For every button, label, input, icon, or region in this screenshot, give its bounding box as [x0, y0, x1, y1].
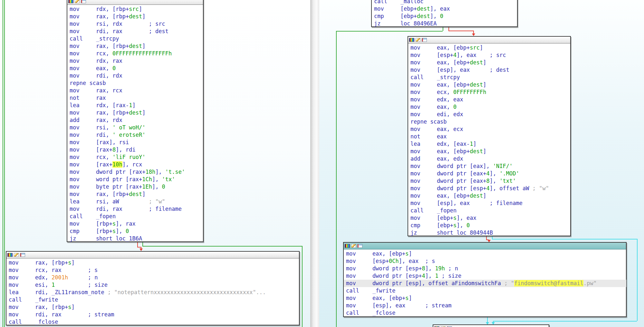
asm-line[interactable]: mov [esp+4], eax ; src [410, 51, 570, 59]
asm-line[interactable]: mov rax, [rbp+dest] [70, 42, 203, 50]
asm-line[interactable]: mov rdi, rax ; filename [70, 205, 203, 213]
asm-line[interactable]: mov dword ptr [eax+4], '.MOD' [410, 170, 570, 177]
asm-line[interactable]: call _fclose [346, 309, 626, 317]
asm-line[interactable]: mov rax, [rbp+dest] [70, 13, 203, 20]
asm-line[interactable]: mov [esp], eax ; filename [410, 200, 570, 207]
node-frame-icon[interactable] [422, 38, 427, 42]
asm-line[interactable]: mov rax, rcx [70, 87, 203, 94]
node-frame-icon[interactable] [20, 253, 25, 257]
node-color-icon[interactable] [68, 0, 73, 3]
node-right-malloc-check-x86[interactable]: call _mallocmov [ebp+dest], eaxcmp [ebp+… [371, 0, 518, 27]
asm-line[interactable]: mov rdx, [rbp+src] [70, 5, 203, 13]
node-right-next-fragment-titlebar[interactable] [433, 325, 549, 327]
node-left-write-note-x64-titlebar[interactable] [6, 252, 299, 258]
node-color-icon[interactable] [409, 38, 414, 42]
asm-line[interactable]: mov [esp], eax ; dest [410, 66, 570, 74]
asm-line[interactable]: call _strcpy [410, 74, 570, 81]
disassembly-graph-canvas[interactable]: mov rdx, [rbp+src]mov rax, [rbp+dest]mov… [0, 0, 644, 327]
asm-line[interactable]: cmp [ebp+s], 0 [410, 222, 570, 229]
asm-line[interactable]: mov eax, [ebp+dest] [410, 148, 570, 155]
asm-line[interactable]: mov esi, 1 ; size [9, 281, 299, 289]
asm-line[interactable]: lea edx, [eax-1] [410, 140, 570, 148]
asm-line[interactable]: call _fopen [70, 213, 203, 220]
asm-line[interactable]: mov ecx, 0FFFFFFFFh [410, 89, 570, 96]
asm-line[interactable]: mov rcx, rax ; s [9, 266, 299, 274]
node-left-write-note-x64[interactable]: mov rax, [rbp+s]mov rcx, rax ; smov edx,… [6, 251, 300, 325]
asm-line[interactable]: repne scasb [410, 118, 570, 126]
asm-line[interactable]: mov rax, [rbp+s] [9, 259, 299, 266]
asm-line[interactable]: add rax, rdx [70, 117, 203, 124]
asm-line[interactable]: mov rsi, rdx ; src [70, 20, 203, 28]
asm-line[interactable]: mov [ebp+s], eax [410, 214, 570, 222]
asm-line[interactable]: mov edx, 2001h ; n [9, 274, 299, 281]
node-edit-icon[interactable] [416, 38, 420, 42]
node-left-build-restore-note-x64[interactable]: mov rdx, [rbp+src]mov rax, [rbp+dest]mov… [67, 0, 204, 242]
asm-line[interactable]: jz short loc_804944B [410, 229, 570, 237]
asm-line[interactable]: mov [ebp+dest], eax [374, 5, 517, 13]
asm-line[interactable]: mov eax, [ebp+s] [346, 294, 626, 302]
asm-line[interactable]: call _fopen [410, 207, 570, 214]
asm-line[interactable]: mov dword ptr [rax+18h], 't.se' [70, 168, 203, 176]
pane-splitter[interactable] [310, 0, 319, 327]
asm-line[interactable]: mov [esp], eax ; stream [346, 302, 626, 309]
asm-line[interactable]: call _fwrite [9, 296, 299, 304]
asm-line[interactable]: mov dword ptr [esp+4], 1 ; size [346, 272, 626, 280]
asm-line[interactable]: mov rsi, ' oT woH/' [70, 124, 203, 131]
asm-line[interactable]: mov [rbp+s], rax [70, 220, 203, 228]
asm-line[interactable]: mov [rax+8], rdi [70, 146, 203, 154]
node-edit-icon[interactable] [351, 244, 356, 248]
asm-line[interactable]: mov rdi, rdx [70, 72, 203, 79]
node-frame-icon[interactable] [81, 0, 86, 3]
asm-line[interactable]: call _fwrite [346, 287, 626, 294]
node-left-build-restore-note-x64-titlebar[interactable] [67, 0, 203, 5]
asm-line[interactable]: mov rdx, rax [70, 57, 203, 65]
asm-line[interactable]: call _malloc [374, 0, 517, 5]
asm-line[interactable]: mov edx, eax [410, 96, 570, 103]
node-color-icon[interactable] [7, 253, 13, 257]
asm-line[interactable]: mov dword ptr [eax], 'NIF/' [410, 163, 570, 170]
node-right-next-fragment[interactable] [433, 324, 549, 327]
asm-line[interactable]: mov rcx, 0FFFFFFFFFFFFFFFFh [70, 50, 203, 57]
asm-line[interactable]: call _fclose [9, 318, 299, 326]
node-color-icon[interactable] [345, 244, 350, 248]
asm-line[interactable]: mov byte ptr [rax+1Eh], 0 [70, 183, 203, 191]
asm-line[interactable]: mov [rax], rsi [70, 139, 203, 146]
asm-line[interactable]: lea rdx, [rax-1] [70, 102, 203, 109]
asm-line[interactable]: mov rax, [rbp+s] [9, 304, 299, 311]
asm-line[interactable]: mov [rax+10h], rcx [70, 161, 203, 168]
asm-line[interactable]: mov rcx, 'liF ruoY' [70, 154, 203, 161]
asm-line[interactable]: mov rax, [rbp+dest] [70, 191, 203, 198]
node-right-build-fin-mod-txt-x86[interactable]: mov eax, [ebp+src]mov [esp+4], eax ; src… [408, 36, 571, 236]
asm-line[interactable]: mov rax, [rbp+dest] [70, 109, 203, 117]
asm-line[interactable]: jz short loc_1B6A [70, 235, 203, 242]
asm-line[interactable]: call _strcpy [70, 35, 203, 42]
asm-line[interactable]: mov eax, 0 [70, 65, 203, 72]
asm-line[interactable]: not rax [70, 94, 203, 102]
asm-line[interactable]: mov eax, [ebp+src] [410, 44, 570, 51]
asm-line[interactable]: mov [esp+0Ch], eax ; s [346, 257, 626, 265]
node-right-fwrite-email-x86[interactable]: mov eax, [ebp+s]mov [esp+0Ch], eax ; smo… [343, 242, 627, 317]
asm-line[interactable]: mov eax, [ebp+dest] [410, 192, 570, 200]
asm-line[interactable]: lea rdi, _ZL11ransom_note ; "notepattern… [9, 289, 299, 296]
asm-line[interactable]: mov dword ptr [esp+8], 19h ; n [346, 265, 626, 272]
asm-line[interactable]: add eax, edx [410, 155, 570, 163]
asm-line[interactable]: mov eax, [ebp+dest] [410, 59, 570, 66]
node-edit-icon[interactable] [75, 0, 80, 3]
asm-line[interactable]: mov eax, ecx [410, 126, 570, 133]
node-right-fwrite-email-x86-titlebar[interactable] [344, 243, 626, 249]
node-edit-icon[interactable] [14, 253, 19, 257]
asm-line[interactable]: mov eax, 0 [410, 103, 570, 111]
asm-line[interactable]: mov eax, [ebp+dest] [410, 81, 570, 89]
asm-line[interactable]: mov word ptr [rax+1Ch], 'tx' [70, 176, 203, 183]
asm-line[interactable]: mov edi, edx [410, 111, 570, 118]
asm-line[interactable]: mov rdi, ' erotseR' [70, 131, 203, 139]
asm-line[interactable]: mov dword ptr [esp+4], offset aW ; "w" [410, 185, 570, 192]
asm-line[interactable]: mov rdi, rax ; dest [70, 28, 203, 35]
asm-line[interactable]: cmp [ebp+dest], 0 [374, 13, 517, 20]
node-right-build-fin-mod-txt-x86-titlebar[interactable] [408, 37, 570, 43]
asm-line[interactable]: not eax [410, 133, 570, 140]
asm-line[interactable]: mov rdi, rax ; stream [9, 311, 299, 318]
asm-line[interactable]: repne scasb [70, 79, 203, 87]
node-frame-icon[interactable] [357, 244, 362, 248]
asm-line[interactable]: mov dword ptr [esp], offset aFindomswitc… [344, 280, 626, 287]
